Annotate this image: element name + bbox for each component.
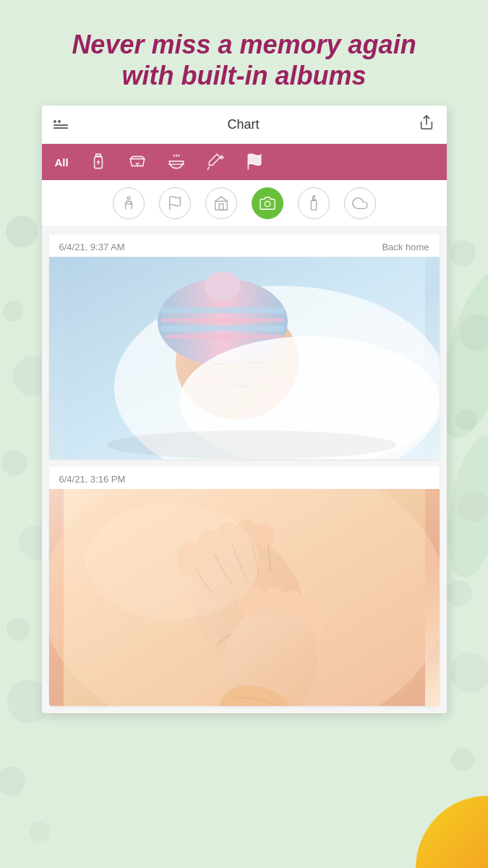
share-button[interactable] xyxy=(419,114,435,135)
page-title: Chart xyxy=(227,117,259,132)
svg-point-9 xyxy=(450,240,476,266)
svg-point-26 xyxy=(265,202,270,207)
sub-cat-walk[interactable] xyxy=(113,187,145,219)
sub-cat-cloud[interactable] xyxy=(344,187,376,219)
svg-point-7 xyxy=(0,767,25,796)
svg-point-8 xyxy=(30,822,50,842)
photo-label-1: Back home xyxy=(382,242,429,252)
svg-point-15 xyxy=(451,748,474,771)
category-tabs: All xyxy=(42,144,447,180)
sub-cat-candle[interactable] xyxy=(298,187,330,219)
svg-rect-34 xyxy=(161,326,284,331)
cat-tab-all[interactable]: All xyxy=(51,153,73,171)
svg-point-11 xyxy=(455,409,477,430)
cat-tab-bowl[interactable] xyxy=(163,150,190,174)
svg-rect-25 xyxy=(219,204,223,210)
photo-header-2: 6/4/21, 3:16 PM xyxy=(49,467,440,489)
svg-point-3 xyxy=(1,450,27,476)
menu-button[interactable] xyxy=(53,120,68,129)
sub-cat-building[interactable] xyxy=(205,187,237,219)
sub-cat-camera[interactable] xyxy=(252,187,283,219)
photo-timestamp-1: 6/4/21, 9:37 AM xyxy=(59,242,125,252)
svg-rect-24 xyxy=(215,202,227,210)
photo-timestamp-2: 6/4/21, 3:16 PM xyxy=(59,474,126,485)
svg-rect-33 xyxy=(161,318,284,322)
svg-point-13 xyxy=(446,580,472,606)
svg-rect-35 xyxy=(165,335,284,339)
cat-tab-pump[interactable] xyxy=(202,150,229,174)
svg-rect-32 xyxy=(161,307,284,313)
hero-line2: with built-in albums xyxy=(22,60,466,91)
yellow-corner-decoration xyxy=(416,796,488,868)
svg-point-12 xyxy=(458,490,488,522)
hero-text: Never miss a memory again with built-in … xyxy=(0,0,488,106)
sub-cat-flag[interactable] xyxy=(159,187,191,219)
cat-tab-flag[interactable] xyxy=(241,150,268,174)
svg-point-5 xyxy=(7,618,30,641)
hero-line1: Never miss a memory again xyxy=(22,29,466,60)
cat-tab-diaper[interactable] xyxy=(124,150,151,174)
svg-point-41 xyxy=(107,430,396,459)
svg-point-1 xyxy=(3,301,23,321)
svg-line-20 xyxy=(207,167,209,170)
photo-header-1: 6/4/21, 9:37 AM Back home xyxy=(49,234,440,257)
cat-tab-bottle[interactable] xyxy=(85,150,112,174)
svg-point-10 xyxy=(459,315,488,351)
sub-category-tabs xyxy=(42,180,447,227)
baby-feet-image[interactable] xyxy=(49,489,440,706)
svg-rect-27 xyxy=(311,201,316,210)
baby-sleeping-image[interactable] xyxy=(49,257,440,459)
top-bar: Chart xyxy=(42,106,447,144)
app-container: Chart All xyxy=(42,106,447,713)
svg-point-36 xyxy=(205,271,241,300)
svg-point-22 xyxy=(127,197,130,200)
svg-point-58 xyxy=(85,503,259,619)
svg-point-14 xyxy=(450,652,488,693)
photo-entry-2: 6/4/21, 3:16 PM xyxy=(49,467,440,706)
svg-point-0 xyxy=(6,216,38,247)
photo-entry-1: 6/4/21, 9:37 AM Back home xyxy=(49,234,440,459)
